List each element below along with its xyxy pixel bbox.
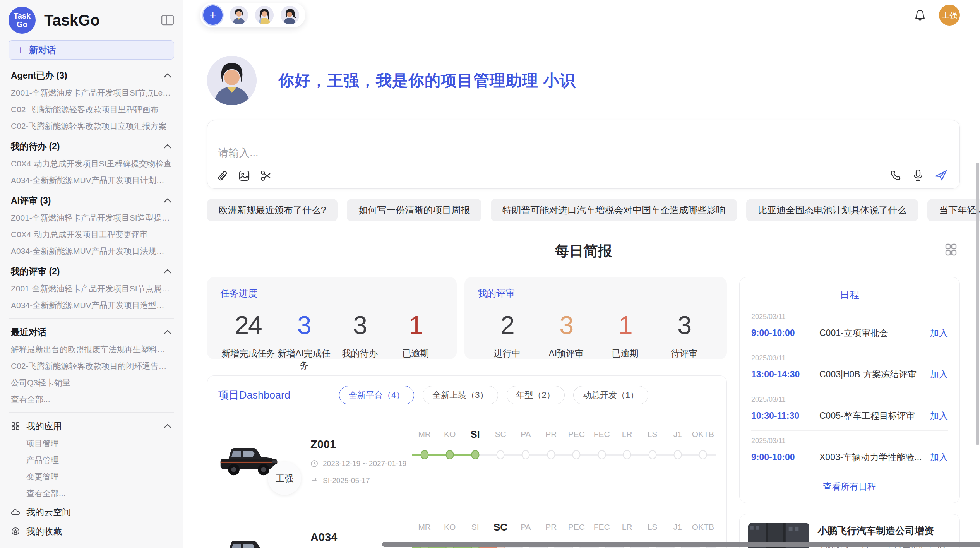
my-favorites-row[interactable]: 我的收藏 — [9, 522, 174, 540]
sidebar-item[interactable]: C02-飞腾新能源轻客改款项目立项汇报方案 — [9, 118, 174, 134]
add-agent-button[interactable]: + — [203, 5, 223, 25]
schedule-name: C001-立项审批会 — [819, 327, 930, 339]
chevron-up-icon[interactable] — [163, 73, 172, 78]
milestone: J1 — [665, 428, 690, 463]
attachment-icon[interactable] — [218, 170, 228, 182]
schedule-item: 2025/03/119:00-10:00X003-车辆动力学性能验...加入 — [751, 431, 948, 472]
milestone-dot — [471, 450, 479, 459]
suggestion-chip[interactable]: 当下年轻人对汽车外观有怎样的喜好趋势 — [927, 199, 980, 221]
join-link[interactable]: 加入 — [930, 327, 948, 339]
recent-chats-header[interactable]: 最近对话 — [9, 323, 174, 341]
milestone-label: SI — [470, 428, 480, 441]
chevron-up-icon[interactable] — [163, 144, 172, 149]
notification-bell-icon[interactable] — [914, 9, 926, 21]
user-avatar[interactable]: 王强 — [939, 5, 960, 26]
join-link[interactable]: 加入 — [930, 368, 948, 380]
dashboard-tab[interactable]: 动总开发（1） — [573, 386, 648, 404]
join-link[interactable]: 加入 — [930, 410, 948, 422]
sidebar-section-header[interactable]: AI评审 (3) — [9, 192, 174, 209]
stat-cell: 3我的待办 — [332, 310, 388, 372]
main-area: + 王强 你好，王强，我是你的项目管理助理 小识 — [183, 0, 980, 548]
recent-chat-item[interactable]: 解释最新出台的欧盟报废车法规再生塑料比例被调至15%... — [9, 341, 174, 358]
chevron-up-icon[interactable] — [163, 269, 172, 274]
sidebar-collapse-icon[interactable] — [161, 14, 174, 26]
daily-brief-header: 每日简报 — [207, 241, 960, 259]
news-title: 小鹏飞行汽车制造公司增资 — [818, 524, 951, 537]
milestone-label: J1 — [673, 521, 682, 534]
sidebar-item[interactable]: Z001-全新燃油轻卡产品开发项目SI节点属性5D文件评审 — [9, 280, 174, 297]
sidebar-item[interactable]: A034-全新新能源MUV产品开发项目计划变更表编写 — [9, 172, 174, 188]
project-flag-row: SI-2025-05-17 — [310, 476, 412, 485]
scissors-icon[interactable] — [260, 170, 272, 182]
suggestion-chip[interactable]: 如何写一份清晰的项目周报 — [347, 199, 481, 221]
chevron-up-icon[interactable] — [163, 198, 172, 203]
sidebar-section-header[interactable]: 我的评审 (2) — [9, 262, 174, 280]
milestone-dot — [572, 450, 581, 459]
suggestion-chip[interactable]: 特朗普可能对进口汽车增税会对中国车企造成哪些影响 — [491, 199, 737, 221]
flag-icon — [310, 477, 318, 485]
send-icon[interactable] — [935, 169, 948, 182]
app-sub-item[interactable]: 产品管理 — [9, 452, 174, 468]
horizontal-scrollbar[interactable] — [382, 542, 980, 547]
layout-grid-icon[interactable] — [944, 243, 958, 256]
dashboard-tab[interactable]: 全新平台（4） — [339, 386, 414, 404]
topbar: + 王强 — [207, 2, 960, 28]
vertical-scrollbar[interactable] — [976, 163, 979, 445]
sidebar-item[interactable]: C02-飞腾新能源轻客改款项目里程碑画布 — [9, 101, 174, 118]
milestone-label: MR — [418, 521, 431, 534]
chevron-up-icon[interactable] — [163, 423, 172, 429]
dashboard-tabs: 全新平台（4）全新上装（3）年型（2）动总开发（1） — [339, 386, 648, 404]
milestone-dot — [673, 450, 682, 459]
agent-avatar-2[interactable] — [255, 6, 274, 24]
sidebar-item[interactable]: Z001-全新燃油皮卡产品开发项目SI节点Lesson Learn报告 — [9, 84, 174, 101]
recent-chat-item[interactable]: 查看全部... — [9, 391, 174, 408]
dashboard-tab[interactable]: 全新上装（3） — [423, 386, 498, 404]
chevron-up-icon[interactable] — [163, 329, 172, 335]
new-chat-label: 新对话 — [29, 44, 56, 56]
sidebar-item[interactable]: Z001-全新燃油轻卡产品开发项目SI造型提交物评审 — [9, 209, 174, 226]
topbar-right: 王强 — [914, 5, 960, 26]
schedule-time: 9:00-10:00 — [751, 328, 819, 338]
dashboard-header: 项目Dashboard 全新平台（4）全新上装（3）年型（2）动总开发（1） — [218, 386, 716, 404]
join-link[interactable]: 加入 — [930, 451, 948, 463]
agent-avatar-3[interactable] — [281, 6, 299, 24]
brief-columns: 任务进度 24新增完成任务3新增AI完成任务3我的待办1已逾期 我的评审 2进行… — [207, 277, 960, 548]
sidebar-item[interactable]: C0X4-动力总成开发项目工程变更评审 — [9, 226, 174, 243]
app-logo: Task Go — [9, 7, 36, 34]
project-dates: 2023-12-19 ~ 2027-01-19 — [323, 459, 406, 468]
sidebar-section-header[interactable]: Agent已办 (3) — [9, 67, 174, 84]
my-cloud-row[interactable]: 我的云空间 — [9, 503, 174, 521]
app-sub-item[interactable]: 项目管理 — [9, 435, 174, 452]
milestone-label: PR — [545, 428, 557, 441]
image-icon[interactable] — [238, 170, 250, 182]
recent-chat-item[interactable]: 公司Q3轻卡销量 — [9, 374, 174, 391]
sidebar-section-header[interactable]: 我的待办 (2) — [9, 137, 174, 155]
sidebar-item[interactable]: A034-全新新能源MUV产品开发项目法规符合性评审 — [9, 243, 174, 259]
app-title: TaskGo — [44, 12, 161, 29]
schedule-item: 2025/03/1113:00-14:30C003|H0B-方案冻结评审加入 — [751, 348, 948, 389]
project-flag: SI-2025-05-17 — [323, 476, 370, 485]
my-apps-row[interactable]: 我的应用 — [9, 417, 174, 435]
truck-image — [218, 534, 310, 548]
suggestion-chip[interactable]: 欧洲新规最近颁布了什么? — [207, 199, 338, 221]
phone-icon[interactable] — [890, 170, 901, 181]
recent-chat-item[interactable]: C02-飞腾新能源轻客改款项目的闭环通告反馈情况 — [9, 358, 174, 374]
left-column: 任务进度 24新增完成任务3新增AI完成任务3我的待办1已逾期 我的评审 2进行… — [207, 277, 727, 548]
schedule-item: 2025/03/119:00-10:00C001-立项审批会加入 — [751, 307, 948, 348]
milestone-label: PR — [545, 521, 557, 534]
app-sub-item[interactable]: 变更管理 — [9, 468, 174, 485]
sidebar-item[interactable]: C0X4-动力总成开发项目SI里程碑提交物检查 — [9, 155, 174, 172]
chat-composer[interactable]: 请输入... — [207, 120, 960, 189]
new-chat-button[interactable]: + 新对话 — [9, 40, 174, 60]
view-all-schedule-link[interactable]: 查看所有日程 — [751, 472, 948, 497]
dashboard-tab[interactable]: 年型（2） — [507, 386, 565, 404]
sidebar-item[interactable]: A034-全新新能源MUV产品开发项目造型可行性评审 — [9, 297, 174, 313]
task-progress-card: 任务进度 24新增完成任务3新增AI完成任务3我的待办1已逾期 — [207, 277, 457, 359]
microphone-icon[interactable] — [913, 169, 923, 182]
suggestion-chip[interactable]: 比亚迪全固态电池计划具体说了什么 — [746, 199, 918, 221]
milestone-track — [614, 446, 639, 463]
agent-avatar-1[interactable] — [230, 6, 248, 24]
suggestion-chips: 欧洲新规最近颁布了什么?如何写一份清晰的项目周报特朗普可能对进口汽车增税会对中国… — [207, 199, 960, 221]
sidebar-scroll-area[interactable]: Agent已办 (3)Z001-全新燃油皮卡产品开发项目SI节点Lesson L… — [9, 63, 174, 548]
app-sub-item[interactable]: 查看全部... — [9, 485, 174, 502]
